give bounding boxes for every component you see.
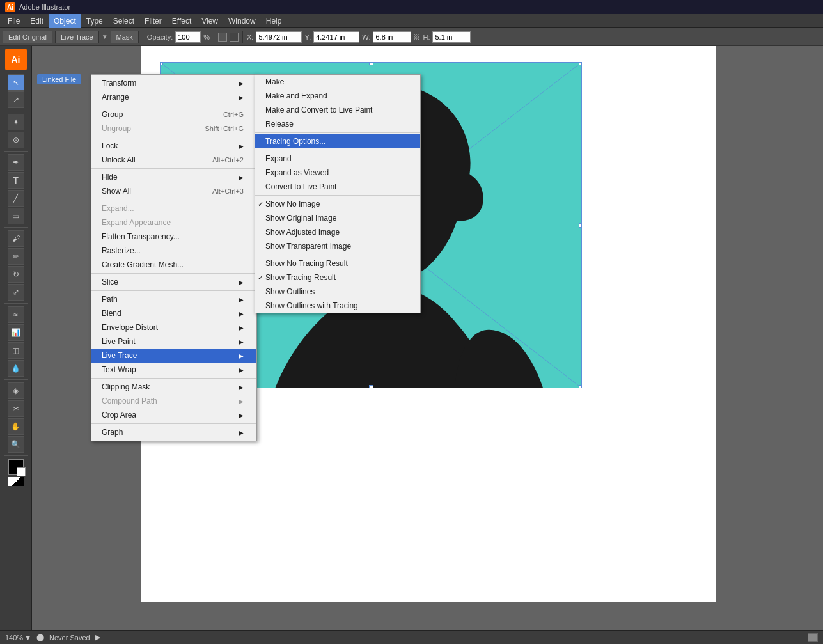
submenu-show-transparent-image[interactable]: Show Transparent Image <box>255 239 420 253</box>
submenu-show-no-tracing[interactable]: Show No Tracing Result <box>255 256 420 271</box>
menu-hide[interactable]: Hide ▶ <box>91 170 256 184</box>
rotate-tool[interactable]: ↻ <box>8 266 24 283</box>
menu-edit[interactable]: Edit <box>25 14 49 28</box>
submenu-expand[interactable]: Expand <box>255 152 420 166</box>
nav-arrow-right[interactable]: ▶ <box>95 633 100 641</box>
menu-compound-path: Compound Path ▶ <box>91 394 256 408</box>
menu-unlock-all[interactable]: Unlock All Alt+Ctrl+2 <box>91 153 256 167</box>
hide-label: Hide <box>102 173 118 182</box>
submenu-make-expand[interactable]: Make and Expand <box>255 89 420 103</box>
tool-divider-1 <box>4 111 28 111</box>
menu-flatten-transparency[interactable]: Flatten Transparency... <box>91 230 256 244</box>
fill-color[interactable] <box>8 459 24 475</box>
submenu-show-outlines-tracing[interactable]: Show Outlines with Tracing <box>255 299 420 313</box>
brush-tool[interactable]: 🖌 <box>8 230 24 247</box>
submenu-tracing-options[interactable]: Tracing Options... <box>255 134 420 148</box>
menu-window[interactable]: Window <box>223 14 261 28</box>
menu-filter[interactable]: Filter <box>139 14 167 28</box>
blend-tool[interactable]: ◈ <box>8 382 24 399</box>
submenu-show-outlines[interactable]: Show Outlines <box>255 285 420 299</box>
direct-selection-tool[interactable]: ↗ <box>8 91 24 108</box>
linked-file-tab[interactable]: Linked File <box>37 74 81 84</box>
graph-tool[interactable]: 📊 <box>8 324 24 341</box>
submenu-make-convert[interactable]: Make and Convert to Live Paint <box>255 103 420 117</box>
scale-tool[interactable]: ⤢ <box>8 284 24 301</box>
pencil-tool[interactable]: ✏ <box>8 248 24 265</box>
menu-view[interactable]: View <box>196 14 223 28</box>
menu-create-gradient-mesh[interactable]: Create Gradient Mesh... <box>91 258 256 272</box>
zoom-tool[interactable]: 🔍 <box>8 436 24 453</box>
menu-envelope-distort[interactable]: Envelope Distort ▶ <box>91 320 256 334</box>
menu-path[interactable]: Path ▶ <box>91 292 256 306</box>
menu-arrange[interactable]: Arrange ▶ <box>91 90 256 104</box>
menu-rasterize[interactable]: Rasterize... <box>91 244 256 258</box>
opacity-input[interactable] <box>175 31 201 43</box>
menu-slice[interactable]: Slice ▶ <box>91 275 256 289</box>
h-label: H: <box>423 33 430 41</box>
menu-graph[interactable]: Graph ▶ <box>91 425 256 439</box>
menu-group[interactable]: Group Ctrl+G <box>91 107 256 122</box>
submenu-show-tracing-result[interactable]: ✓ Show Tracing Result <box>255 271 420 285</box>
menu-live-trace[interactable]: Live Trace ▶ <box>91 349 256 363</box>
menu-lock[interactable]: Lock ▶ <box>91 139 256 153</box>
menu-help[interactable]: Help <box>261 14 287 28</box>
w-input[interactable] <box>373 31 411 43</box>
menu-section-8: Clipping Mask ▶ Compound Path ▶ Crop Are… <box>91 379 256 424</box>
menu-text-wrap[interactable]: Text Wrap ▶ <box>91 363 256 377</box>
menu-blend[interactable]: Blend ▶ <box>91 306 256 320</box>
eyedropper-tool[interactable]: 💧 <box>8 360 24 377</box>
rect-tool[interactable]: ▭ <box>8 208 24 224</box>
menu-show-all[interactable]: Show All Alt+Ctrl+3 <box>91 184 256 198</box>
unlock-all-label: Unlock All <box>102 155 136 164</box>
type-tool[interactable]: T <box>8 172 24 189</box>
swap-colors[interactable] <box>8 477 24 486</box>
show-outlines-label: Show Outlines <box>265 287 315 296</box>
selection-tool[interactable]: ↖ <box>8 74 24 91</box>
submenu-show-original-image[interactable]: Show Original Image <box>255 211 420 225</box>
submenu-convert-live-paint[interactable]: Convert to Live Paint <box>255 180 420 194</box>
scroll-indicator <box>808 633 818 642</box>
menu-file[interactable]: File <box>3 14 25 28</box>
magic-wand-tool[interactable]: ✦ <box>8 114 24 130</box>
menu-transform[interactable]: Transform ▶ <box>91 76 256 90</box>
submenu-show-no-image[interactable]: ✓ Show No Image <box>255 197 420 211</box>
mask-button[interactable]: Mask <box>111 31 139 43</box>
live-trace-button[interactable]: Live Trace <box>55 31 99 43</box>
opacity-label: Opacity: <box>147 33 173 41</box>
lasso-tool[interactable]: ⊙ <box>8 132 24 148</box>
zoom-control[interactable]: 140% ▼ <box>5 634 31 641</box>
menu-type[interactable]: Type <box>81 14 108 28</box>
menu-object[interactable]: Object <box>49 14 81 28</box>
live-trace-submenu: Make Make and Expand Make and Convert to… <box>255 74 421 313</box>
submenu-release[interactable]: Release <box>255 117 420 131</box>
menu-live-paint[interactable]: Live Paint ▶ <box>91 334 256 349</box>
submenu-make[interactable]: Make <box>255 75 420 89</box>
edit-original-button[interactable]: Edit Original <box>3 31 52 43</box>
warp-tool[interactable]: ≈ <box>8 306 24 323</box>
live-trace-label: Live Trace <box>102 351 137 360</box>
hand-tool[interactable]: ✋ <box>8 418 24 435</box>
pen-tool[interactable]: ✒ <box>8 154 24 171</box>
h-input[interactable] <box>432 31 471 43</box>
live-trace-dropdown[interactable]: ▼ <box>102 33 108 40</box>
line-tool[interactable]: ╱ <box>8 190 24 207</box>
x-input[interactable] <box>256 31 302 43</box>
menu-section-2: Group Ctrl+G Ungroup Shift+Ctrl+G <box>91 106 256 137</box>
menu-crop-area[interactable]: Crop Area ▶ <box>91 408 256 422</box>
y-label: Y: <box>304 33 311 41</box>
submenu-expand-viewed[interactable]: Expand as Viewed <box>255 166 420 180</box>
show-tracing-result-check: ✓ <box>258 274 263 282</box>
text-wrap-arrow: ▶ <box>239 366 244 373</box>
menu-section-7: Path ▶ Blend ▶ Envelope Distort ▶ Live P… <box>91 291 256 379</box>
release-label: Release <box>265 120 294 129</box>
menu-clipping-mask[interactable]: Clipping Mask ▶ <box>91 380 256 394</box>
menu-select[interactable]: Select <box>108 14 139 28</box>
object-dropdown-menu: Transform ▶ Arrange ▶ Group Ctrl+G Ungro… <box>91 74 257 441</box>
submenu-show-adjusted-image[interactable]: Show Adjusted Image <box>255 225 420 239</box>
show-original-image-label: Show Original Image <box>265 214 336 223</box>
menu-effect[interactable]: Effect <box>167 14 196 28</box>
zoom-dropdown-arrow[interactable]: ▼ <box>24 634 31 641</box>
scissors-tool[interactable]: ✂ <box>8 400 24 417</box>
y-input[interactable] <box>313 31 359 43</box>
gradient-tool[interactable]: ◫ <box>8 342 24 359</box>
